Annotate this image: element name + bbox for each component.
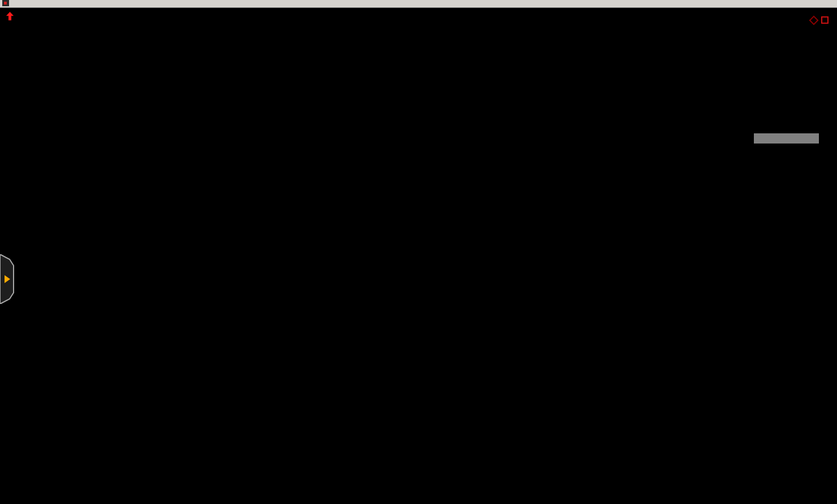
main-chart-header (1, 12, 34, 20)
up-arrow-icon (6, 12, 14, 20)
price-range-tooltip-box (754, 133, 819, 144)
menu-row (0, 0, 837, 6)
app-icon[interactable] (2, 0, 9, 6)
sidebar-expand-handle[interactable] (0, 254, 15, 304)
menu-bar (0, 0, 837, 8)
box-icon[interactable] (821, 16, 829, 24)
kline-chart-canvas[interactable] (0, 0, 837, 504)
